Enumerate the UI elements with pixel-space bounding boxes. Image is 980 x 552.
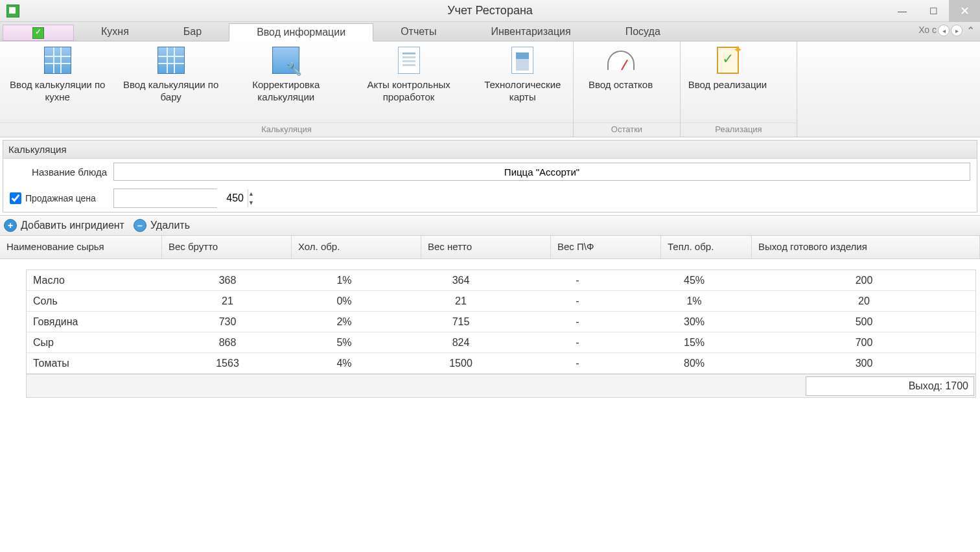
cell-cold: 5% — [286, 337, 402, 349]
label: Ввод калькуляции по кухне — [6, 79, 108, 104]
panel-title: Калькуляция — [3, 141, 977, 159]
cell-pf: - — [519, 295, 636, 307]
cell-pf: - — [519, 337, 636, 349]
label: Добавить ингридиент — [21, 220, 124, 231]
collapse-ribbon-icon[interactable]: ⌃ — [966, 25, 975, 37]
ingredients-toolbar: + Добавить ингридиент – Удалить — [0, 215, 980, 236]
tab-inventory[interactable]: Инвентаризация — [463, 23, 598, 41]
cell-brutto: 368 — [169, 275, 286, 286]
tab-reports[interactable]: Отчеты — [373, 23, 463, 41]
cell-netto: 364 — [402, 275, 519, 286]
scroll-right-icon[interactable]: ▸ — [951, 25, 962, 36]
cell-heat: 80% — [636, 358, 752, 369]
plus-icon: + — [4, 219, 17, 232]
ribbon-tabstrip: Кухня Бар Ввод информации Отчеты Инвента… — [0, 22, 980, 41]
summary-row: Выход: 1700 — [27, 374, 975, 397]
cell-cold: 4% — [286, 358, 402, 369]
minus-icon: – — [134, 219, 146, 232]
col-brutto[interactable]: Вес брутто — [162, 236, 292, 259]
cell-brutto: 868 — [169, 337, 286, 349]
label: Ввод остатков — [589, 79, 653, 91]
col-out[interactable]: Выход готового изделия — [752, 236, 980, 259]
calc-panel: Калькуляция Название блюда Продажная цен… — [3, 140, 977, 213]
add-ingredient-button[interactable]: + Добавить ингридиент — [4, 219, 124, 232]
cell-out: 20 — [752, 295, 975, 307]
tab-overflow-text: Хо с — [918, 25, 937, 37]
sale-price-input[interactable] — [114, 189, 248, 207]
btn-calc-kitchen[interactable]: Ввод калькуляции по кухне — [0, 47, 115, 104]
btn-realization[interactable]: Ввод реализации — [681, 47, 775, 91]
cell-cold: 2% — [286, 316, 402, 328]
grid-header: Наименование сырья Вес брутто Хол. обр. … — [0, 236, 980, 259]
spin-down-icon[interactable]: ▼ — [248, 198, 254, 207]
title-bar: Учет Ресторана — ☐ ✕ — [0, 0, 980, 22]
cell-netto: 824 — [402, 337, 519, 349]
tab-dishes[interactable]: Посуда — [598, 23, 688, 41]
btn-calc-bar[interactable]: Ввод калькуляции по бару — [115, 47, 226, 104]
cell-heat: 15% — [636, 337, 752, 349]
dish-name-input[interactable] — [113, 163, 970, 181]
tab-input[interactable]: Ввод информации — [229, 23, 373, 41]
minimize-button[interactable]: — — [887, 0, 918, 22]
sale-price-checkbox[interactable] — [10, 192, 21, 204]
window-title: Учет Ресторана — [447, 4, 533, 17]
btn-acts[interactable]: Акты контрольных проработок — [345, 47, 472, 104]
document-icon — [511, 47, 533, 74]
group-label-realization: Реализация — [681, 122, 797, 137]
dish-name-label: Название блюда — [10, 167, 107, 178]
cell-brutto: 730 — [169, 316, 286, 328]
check-icon — [32, 27, 44, 39]
close-button[interactable]: ✕ — [949, 0, 980, 22]
cell-pf: - — [519, 275, 636, 286]
cell-name: Сыр — [27, 337, 169, 349]
col-pf[interactable]: Вес П\Ф — [551, 236, 661, 259]
spin-up-icon[interactable]: ▲ — [248, 189, 254, 198]
table-row[interactable]: Сыр8685%824-15%700 — [27, 332, 975, 353]
label: Удалить — [150, 220, 190, 231]
table-row[interactable]: Томаты15634%1500-80%300 — [27, 353, 975, 374]
sale-price-spinner[interactable]: ▲▼ — [113, 189, 217, 208]
gauge-icon — [607, 51, 635, 70]
cell-heat: 1% — [636, 295, 752, 307]
group-label-balances: Остатки — [574, 122, 680, 137]
btn-calc-correct[interactable]: Корректировка калькуляции — [227, 47, 345, 104]
delete-ingredient-button[interactable]: – Удалить — [134, 219, 190, 232]
label: Корректировка калькуляции — [233, 79, 339, 104]
col-cold[interactable]: Хол. обр. — [292, 236, 421, 259]
ribbon-body: Ввод калькуляции по кухне Ввод калькуляц… — [0, 41, 980, 137]
table-row[interactable]: Масло3681%364-45%200 — [27, 270, 975, 291]
sale-price-label: Продажная цена — [25, 193, 96, 203]
grid-icon — [158, 47, 185, 74]
group-label-calc: Калькуляция — [0, 122, 573, 137]
scroll-left-icon[interactable]: ◂ — [938, 25, 950, 36]
tab-kitchen[interactable]: Кухня — [74, 23, 156, 41]
cell-out: 500 — [752, 316, 975, 328]
tab-bar[interactable]: Бар — [156, 23, 229, 41]
wrench-icon — [272, 47, 299, 74]
col-name[interactable]: Наименование сырья — [0, 236, 162, 259]
cell-pf: - — [519, 316, 636, 328]
table-row[interactable]: Соль210%21-1%20 — [27, 291, 975, 312]
cell-brutto: 1563 — [169, 358, 286, 369]
table-row[interactable]: Говядина7302%715-30%500 — [27, 312, 975, 332]
cell-name: Соль — [27, 295, 169, 307]
cell-cold: 1% — [286, 275, 402, 286]
cell-name: Говядина — [27, 316, 169, 328]
cell-heat: 30% — [636, 316, 752, 328]
col-heat[interactable]: Тепл. обр. — [661, 236, 752, 259]
cell-cold: 0% — [286, 295, 402, 307]
grid-body: Масло3681%364-45%200Соль210%21-1%20Говяд… — [26, 270, 976, 398]
cell-out: 300 — [752, 358, 975, 369]
grid-icon — [44, 47, 71, 74]
app-icon — [6, 5, 19, 17]
cell-netto: 715 — [402, 316, 519, 328]
label: Ввод калькуляции по бару — [121, 79, 220, 104]
file-tab[interactable] — [3, 25, 74, 41]
col-netto[interactable]: Вес нетто — [421, 236, 551, 259]
btn-balances[interactable]: Ввод остатков — [574, 47, 668, 91]
label: Технологические карты — [479, 79, 566, 104]
cell-out: 200 — [752, 275, 975, 286]
cell-brutto: 21 — [169, 295, 286, 307]
btn-tech-cards[interactable]: Технологические карты — [472, 47, 573, 104]
maximize-button[interactable]: ☐ — [918, 0, 949, 22]
